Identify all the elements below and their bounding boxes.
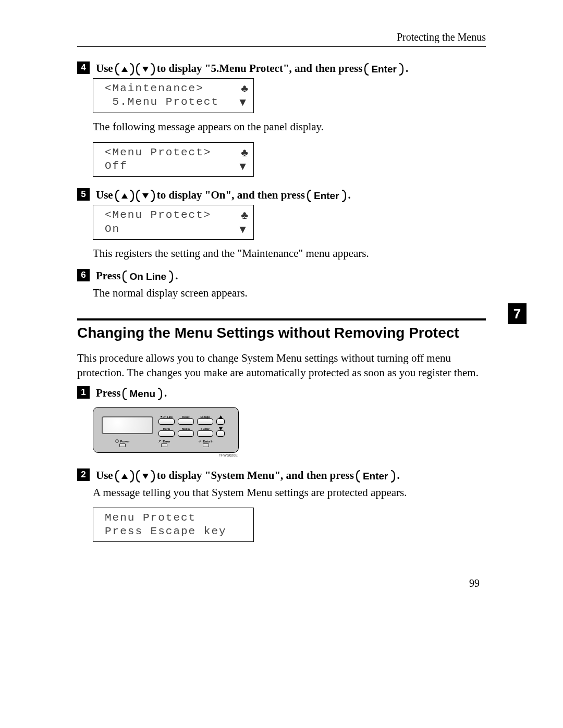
svg-marker-2 bbox=[121, 193, 128, 199]
lcd-display-1: <Maintenance>♣ 5.Menu Protect▼ bbox=[93, 78, 254, 113]
step6-period: . bbox=[175, 269, 178, 282]
page-header: Protecting the Menus bbox=[77, 31, 486, 43]
panel-screen bbox=[102, 416, 153, 434]
svg-marker-4 bbox=[219, 415, 223, 418]
step-num-6: 6 bbox=[77, 269, 90, 281]
info-text-1: The following message appears on the pan… bbox=[93, 119, 486, 134]
left-bracket-icon bbox=[115, 63, 120, 76]
panel-up-button bbox=[216, 415, 225, 425]
printer-panel-figure: On Line Reset Escape bbox=[93, 407, 239, 457]
right-bracket-icon bbox=[129, 63, 134, 76]
s2step2-mid: to display "System Menu", and then press bbox=[157, 469, 354, 482]
right-bracket-icon bbox=[150, 63, 155, 76]
lcd-display-3: <Menu Protect>♣ On▼ bbox=[93, 205, 254, 240]
svg-marker-0 bbox=[121, 67, 128, 72]
right-bracket-icon bbox=[398, 63, 403, 76]
pointer-icon: ♣ bbox=[241, 146, 248, 159]
lcd-display-4: Menu Protect Press Escape key bbox=[93, 508, 254, 542]
step5-use: Use bbox=[96, 189, 113, 202]
lcd1-r2: 5.Menu Protect bbox=[105, 95, 219, 109]
enter-key-label: Enter bbox=[313, 190, 340, 202]
step-num-5: 5 bbox=[77, 188, 90, 201]
step5-mid: to display "On", and then press bbox=[157, 189, 305, 202]
step4-use: Use bbox=[96, 62, 113, 75]
down-triangle-icon: ▼ bbox=[237, 159, 248, 173]
lcd4-r2: Press Escape key bbox=[105, 525, 227, 538]
s2-step-1: 1 Press Menu . bbox=[77, 386, 486, 400]
left-bracket-icon bbox=[364, 63, 370, 76]
svg-marker-9 bbox=[142, 474, 149, 479]
down-triangle-icon bbox=[142, 66, 149, 73]
pointer-icon: ♣ bbox=[241, 82, 248, 95]
up-triangle-icon bbox=[121, 66, 128, 73]
s2step1-press: Press bbox=[96, 387, 120, 400]
s2step2-use: Use bbox=[96, 469, 113, 482]
step-5: 5 Use to display "On", and then press En… bbox=[77, 188, 486, 202]
enter-key: Enter bbox=[307, 189, 346, 203]
up-key bbox=[115, 470, 134, 483]
page-number: 99 bbox=[469, 577, 480, 589]
svg-marker-8 bbox=[121, 474, 128, 479]
pointer-icon: ♣ bbox=[241, 208, 248, 222]
svg-marker-1 bbox=[142, 67, 149, 72]
down-key bbox=[136, 470, 155, 483]
down-triangle-icon bbox=[142, 473, 149, 480]
menu-key-label: Menu bbox=[128, 388, 156, 400]
header-rule bbox=[77, 46, 486, 47]
step5-period: . bbox=[348, 189, 351, 202]
info-text-3: The normal display screen appears. bbox=[93, 286, 486, 300]
enter-key-label: Enter bbox=[370, 64, 398, 75]
info-text-4: A message telling you that System Menu s… bbox=[93, 485, 486, 500]
figure-code: TFWS020E bbox=[93, 453, 238, 457]
step6-press: Press bbox=[96, 269, 120, 282]
down-triangle-icon bbox=[142, 192, 149, 200]
lcd3-r1: <Menu Protect> bbox=[105, 208, 211, 222]
panel-escape-button: Escape bbox=[197, 415, 213, 425]
panel-menu-button: Menu bbox=[158, 427, 175, 437]
panel-power-led: Power bbox=[102, 439, 143, 447]
up-key bbox=[115, 189, 134, 203]
up-triangle-icon bbox=[121, 192, 128, 200]
panel-datain-led: Data In bbox=[185, 439, 227, 447]
step-num-2: 2 bbox=[77, 468, 90, 481]
lcd4-r1: Menu Protect bbox=[105, 511, 196, 525]
enter-key-label: Enter bbox=[362, 471, 389, 482]
lcd3-r2: On bbox=[105, 223, 120, 236]
step-num-4: 4 bbox=[77, 61, 90, 74]
enter-key: Enter bbox=[356, 470, 395, 483]
step-num-1: 1 bbox=[77, 386, 90, 399]
enter-key: Enter bbox=[364, 63, 403, 76]
online-key-label: On Line bbox=[128, 271, 167, 282]
section-heading: Changing the Menu Settings without Remov… bbox=[77, 318, 486, 341]
panel-down-button bbox=[216, 427, 225, 437]
panel-error-led: Error bbox=[143, 439, 185, 447]
step4-period: . bbox=[406, 62, 408, 75]
svg-marker-5 bbox=[219, 427, 223, 430]
step4-mid: to display "5.Menu Protect", and then pr… bbox=[157, 62, 363, 75]
lcd1-r1: <Maintenance> bbox=[105, 82, 204, 95]
lcd2-r1: <Menu Protect> bbox=[105, 146, 211, 159]
lcd2-r2: Off bbox=[105, 159, 128, 173]
menu-key: Menu bbox=[123, 387, 162, 401]
panel-enter-button: #Enter bbox=[197, 427, 213, 437]
online-key: On Line bbox=[123, 270, 173, 283]
down-key bbox=[136, 189, 155, 203]
up-key bbox=[115, 63, 134, 76]
left-bracket-icon bbox=[136, 63, 141, 76]
up-triangle-icon bbox=[121, 473, 128, 480]
panel-reset-button: Reset bbox=[178, 415, 194, 425]
s2step2-period: . bbox=[397, 469, 400, 482]
panel-online-button: On Line bbox=[158, 415, 175, 425]
chapter-tab: 7 bbox=[508, 303, 527, 324]
down-triangle-icon: ▼ bbox=[237, 95, 248, 109]
down-key bbox=[136, 63, 155, 76]
step-4: 4 Use to display "5.Menu Protect", and t… bbox=[77, 61, 486, 75]
svg-marker-3 bbox=[142, 193, 149, 199]
step-6: 6 Press On Line . bbox=[77, 269, 486, 282]
panel-media-button: Media bbox=[178, 427, 194, 437]
section-intro: This procedure allows you to change Syst… bbox=[77, 351, 486, 380]
info-text-2: This registers the setting and the "Main… bbox=[93, 246, 486, 261]
down-triangle-icon: ▼ bbox=[237, 223, 248, 236]
s2-step-2: 2 Use to display "System Menu", and then… bbox=[77, 468, 486, 482]
s2step1-period: . bbox=[164, 387, 167, 400]
